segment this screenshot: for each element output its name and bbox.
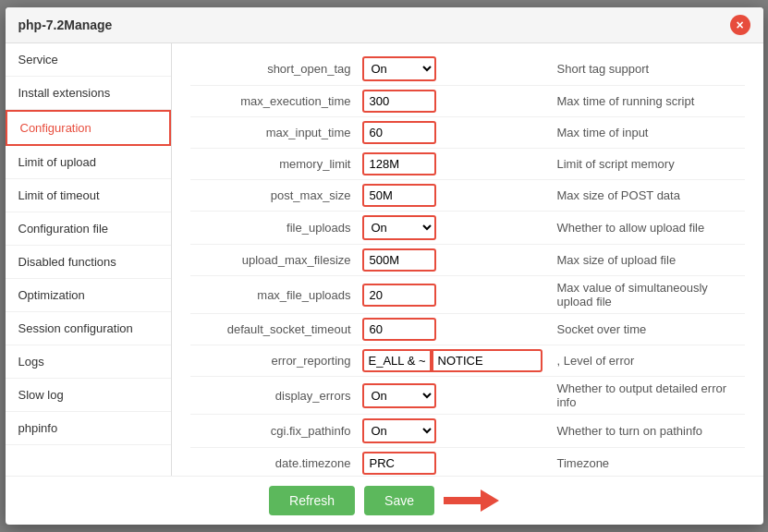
- refresh-button[interactable]: Refresh: [269, 486, 355, 515]
- config-input-12[interactable]: [362, 452, 436, 475]
- config-input-cell-5: OnOff: [357, 212, 548, 245]
- config-input-cell-3: [357, 149, 548, 180]
- config-input-cell-0: OnOff: [357, 53, 548, 86]
- config-label-4: post_max_size: [190, 180, 357, 212]
- config-select-0[interactable]: OnOff: [362, 56, 436, 81]
- config-desc-10: Whether to output detailed error info: [548, 377, 745, 415]
- config-label-9: error_reporting: [190, 345, 357, 377]
- config-select-10[interactable]: OnOff: [362, 383, 436, 408]
- config-desc-4: Max size of POST data: [548, 180, 745, 212]
- sidebar-item-configuration-file[interactable]: Configuration file: [6, 212, 171, 246]
- config-desc-2: Max time of input: [548, 117, 745, 149]
- config-input-cell-6: [357, 245, 548, 276]
- arrow-icon: [444, 490, 499, 512]
- sidebar-item-optimization[interactable]: Optimization: [6, 279, 171, 312]
- sidebar-item-slow-log[interactable]: Slow log: [6, 379, 171, 412]
- config-label-2: max_input_time: [190, 117, 357, 149]
- modal-header: php-7.2Manage ×: [6, 7, 763, 43]
- table-row: error_reporting, Level of error: [190, 345, 745, 377]
- config-input-cell-11: OnOff: [357, 415, 548, 448]
- svg-marker-0: [444, 490, 499, 512]
- sidebar-item-disabled-functions[interactable]: Disabled functions: [6, 246, 171, 279]
- config-input-2[interactable]: [362, 121, 436, 144]
- config-label-0: short_open_tag: [190, 53, 357, 86]
- sidebar-item-logs[interactable]: Logs: [6, 345, 171, 379]
- config-desc-3: Limit of script memory: [548, 149, 745, 180]
- table-row: date.timezoneTimezone: [190, 448, 745, 477]
- table-row: max_input_timeMax time of input: [190, 117, 745, 149]
- table-row: upload_max_filesizeMax size of upload fi…: [190, 245, 745, 276]
- config-input-cell-4: [357, 180, 548, 212]
- config-input-7[interactable]: [362, 284, 436, 307]
- config-label-5: file_uploads: [190, 212, 357, 245]
- sidebar-item-service[interactable]: Service: [6, 43, 171, 77]
- config-label-8: default_socket_timeout: [190, 314, 357, 345]
- sidebar: ServiceInstall extensionsConfigurationLi…: [6, 43, 172, 476]
- config-input-cell-9: [357, 345, 548, 377]
- config-label-12: date.timezone: [190, 448, 357, 477]
- config-input-cell-2: [357, 117, 548, 149]
- table-row: max_file_uploadsMax value of simultaneou…: [190, 276, 745, 314]
- table-row: memory_limitLimit of script memory: [190, 149, 745, 180]
- config-desc-5: Whether to allow upload file: [548, 212, 745, 245]
- config-desc-0: Short tag support: [548, 53, 745, 86]
- config-input-cell-7: [357, 276, 548, 314]
- arrow-indicator: [444, 490, 499, 512]
- config-desc-12: Timezone: [548, 448, 745, 477]
- config-desc-8: Socket over time: [548, 314, 745, 345]
- table-row: post_max_sizeMax size of POST data: [190, 180, 745, 212]
- config-desc-7: Max value of simultaneously upload file: [548, 276, 745, 314]
- config-input-cell-8: [357, 314, 548, 345]
- save-button[interactable]: Save: [364, 486, 434, 515]
- sidebar-item-phpinfo[interactable]: phpinfo: [6, 412, 171, 445]
- config-desc-6: Max size of upload file: [548, 245, 745, 276]
- modal-body: ServiceInstall extensionsConfigurationLi…: [6, 43, 763, 476]
- table-row: cgi.fix_pathinfoOnOffWhether to turn on …: [190, 415, 745, 448]
- config-label-11: cgi.fix_pathinfo: [190, 415, 357, 448]
- sidebar-item-limit-of-upload[interactable]: Limit of upload: [6, 146, 171, 179]
- table-row: default_socket_timeoutSocket over time: [190, 314, 745, 345]
- config-desc-1: Max time of running script: [548, 86, 745, 117]
- main-content: short_open_tagOnOffShort tag supportmax_…: [172, 43, 763, 476]
- config-input-6[interactable]: [362, 248, 436, 272]
- table-row: max_execution_timeMax time of running sc…: [190, 86, 745, 117]
- sidebar-item-session-configuration[interactable]: Session configuration: [6, 312, 171, 345]
- config-input-4[interactable]: [362, 184, 436, 207]
- config-input-1[interactable]: [362, 90, 436, 113]
- config-label-7: max_file_uploads: [190, 276, 357, 314]
- footer: Refresh Save: [6, 476, 763, 525]
- config-input-3[interactable]: [362, 152, 436, 175]
- modal-title: php-7.2Manage: [18, 18, 113, 32]
- table-row: display_errorsOnOffWhether to output det…: [190, 377, 745, 415]
- modal: php-7.2Manage × ServiceInstall extension…: [6, 7, 763, 525]
- config-select-11[interactable]: OnOff: [362, 418, 436, 443]
- config-select-5[interactable]: OnOff: [362, 215, 436, 240]
- sidebar-item-install-extensions[interactable]: Install extensions: [6, 77, 171, 110]
- config-label-6: upload_max_filesize: [190, 245, 357, 276]
- error-reporting-left[interactable]: [362, 349, 432, 372]
- config-input-cell-12: [357, 448, 548, 477]
- error-reporting-right[interactable]: [432, 349, 542, 372]
- sidebar-item-configuration[interactable]: Configuration: [6, 110, 171, 146]
- sidebar-item-limit-of-timeout[interactable]: Limit of timeout: [6, 179, 171, 212]
- config-desc-9: , Level of error: [548, 345, 745, 377]
- config-input-8[interactable]: [362, 318, 436, 341]
- config-table: short_open_tagOnOffShort tag supportmax_…: [190, 53, 745, 476]
- close-button[interactable]: ×: [730, 15, 750, 35]
- config-label-3: memory_limit: [190, 149, 357, 180]
- table-row: short_open_tagOnOffShort tag support: [190, 53, 745, 86]
- config-desc-11: Whether to turn on pathinfo: [548, 415, 745, 448]
- config-input-cell-1: [357, 86, 548, 117]
- config-input-cell-10: OnOff: [357, 377, 548, 415]
- config-label-10: display_errors: [190, 377, 357, 415]
- table-row: file_uploadsOnOffWhether to allow upload…: [190, 212, 745, 245]
- config-label-1: max_execution_time: [190, 86, 357, 117]
